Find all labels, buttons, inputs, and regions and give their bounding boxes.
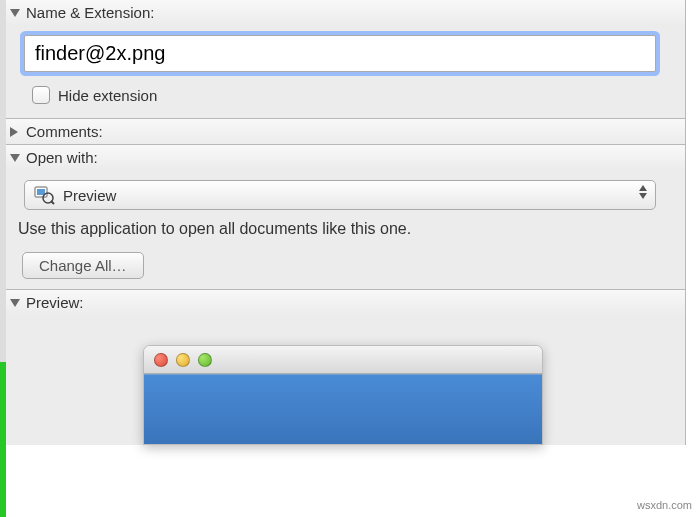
section-comments[interactable]: Comments: [0,118,685,144]
section-label-name-extension: Name & Extension: [26,4,154,21]
close-traffic-light-icon [154,353,168,367]
section-name-extension[interactable]: Name & Extension: [0,0,685,25]
name-extension-body: Hide extension [0,25,685,118]
open-with-hint: Use this application to open all documen… [18,220,661,238]
preview-app-icon [33,184,55,206]
disclosure-triangle-icon[interactable] [10,154,20,162]
section-label-preview: Preview: [26,294,84,311]
disclosure-triangle-icon[interactable] [10,9,20,17]
hide-extension-label: Hide extension [58,87,157,104]
open-with-dropdown[interactable]: Preview [24,180,656,210]
hide-extension-checkbox[interactable]: Hide extension [32,86,661,104]
checkbox-icon[interactable] [32,86,50,104]
watermark: wsxdn.com [637,499,692,511]
section-label-open-with: Open with: [26,149,98,166]
updown-arrows-icon [639,185,647,199]
filename-input[interactable] [24,35,656,72]
zoom-traffic-light-icon [198,353,212,367]
open-with-selected: Preview [63,187,116,204]
minimize-traffic-light-icon [176,353,190,367]
section-label-comments: Comments: [26,123,103,140]
open-with-body: Preview Use this application to open all… [0,170,685,289]
preview-window-content [144,374,542,444]
section-preview[interactable]: Preview: [0,289,685,315]
disclosure-triangle-icon[interactable] [10,299,20,307]
preview-image [143,345,543,445]
svg-line-3 [51,201,54,204]
preview-body [0,315,685,445]
preview-titlebar [144,346,542,374]
change-all-button[interactable]: Change All… [22,252,144,279]
disclosure-triangle-icon[interactable] [10,127,18,137]
section-open-with[interactable]: Open with: [0,144,685,170]
